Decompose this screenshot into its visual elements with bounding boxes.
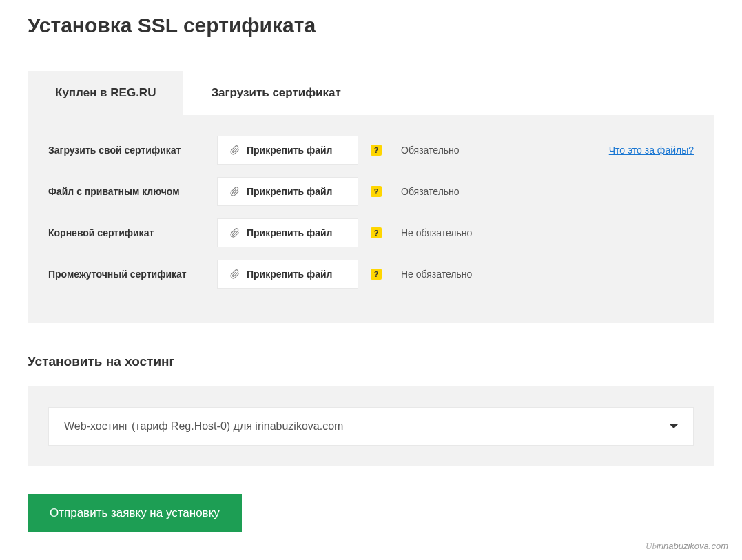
attach-label: Прикрепить файл [247, 186, 333, 197]
page-title: Установка SSL сертификата [28, 14, 714, 37]
paperclip-icon [230, 269, 240, 279]
help-link-files[interactable]: Что это за файлы? [609, 145, 694, 156]
attach-intermediate-cert-button[interactable]: Прикрепить файл [217, 260, 358, 289]
attach-label: Прикрепить файл [247, 269, 333, 280]
label-own-cert: Загрузить свой сертификат [48, 145, 217, 156]
requirement-root-cert: Не обязательно [401, 227, 472, 238]
tab-bought-regru[interactable]: Куплен в REG.RU [28, 71, 183, 115]
label-intermediate-cert: Промежуточный сертификат [48, 269, 217, 280]
help-icon[interactable]: ? [371, 186, 382, 197]
tabs-container: Куплен в REG.RU Загрузить сертификат [28, 71, 714, 115]
attach-label: Прикрепить файл [247, 227, 333, 238]
divider [28, 50, 714, 50]
attach-label: Прикрепить файл [247, 145, 333, 156]
paperclip-icon [230, 145, 240, 155]
hosting-selected-value: Web-хостинг (тариф Reg.Host-0) для irina… [64, 420, 343, 433]
paperclip-icon [230, 187, 240, 196]
requirement-private-key: Обязательно [401, 186, 460, 197]
paperclip-icon [230, 228, 240, 238]
help-icon[interactable]: ? [371, 269, 382, 280]
row-own-cert: Загрузить свой сертификат Прикрепить фай… [48, 136, 694, 165]
requirement-own-cert: Обязательно [401, 145, 460, 156]
watermark-text: irinabuzikova.com [657, 541, 728, 546]
help-icon[interactable]: ? [371, 145, 382, 156]
label-private-key: Файл с приватным ключом [48, 186, 217, 197]
row-private-key: Файл с приватным ключом Прикрепить файл … [48, 177, 694, 206]
submit-button[interactable]: Отправить заявку на установку [28, 494, 242, 532]
label-root-cert: Корневой сертификат [48, 227, 217, 238]
tab-upload-cert[interactable]: Загрузить сертификат [183, 71, 368, 115]
watermark: Ubirinabuzikova.com [646, 541, 728, 546]
hosting-select[interactable]: Web-хостинг (тариф Reg.Host-0) для irina… [48, 407, 694, 446]
row-intermediate-cert: Промежуточный сертификат Прикрепить файл… [48, 260, 694, 289]
hosting-section-title: Установить на хостинг [28, 354, 714, 369]
watermark-prefix: Ub [646, 541, 657, 546]
attach-root-cert-button[interactable]: Прикрепить файл [217, 218, 358, 247]
row-root-cert: Корневой сертификат Прикрепить файл ? Не… [48, 218, 694, 247]
help-icon[interactable]: ? [371, 227, 382, 238]
upload-panel: Загрузить свой сертификат Прикрепить фай… [28, 115, 714, 323]
hosting-select-wrapper: Web-хостинг (тариф Reg.Host-0) для irina… [28, 386, 714, 466]
attach-own-cert-button[interactable]: Прикрепить файл [217, 136, 358, 165]
requirement-intermediate-cert: Не обязательно [401, 269, 472, 280]
chevron-down-icon [670, 424, 678, 428]
attach-private-key-button[interactable]: Прикрепить файл [217, 177, 358, 206]
